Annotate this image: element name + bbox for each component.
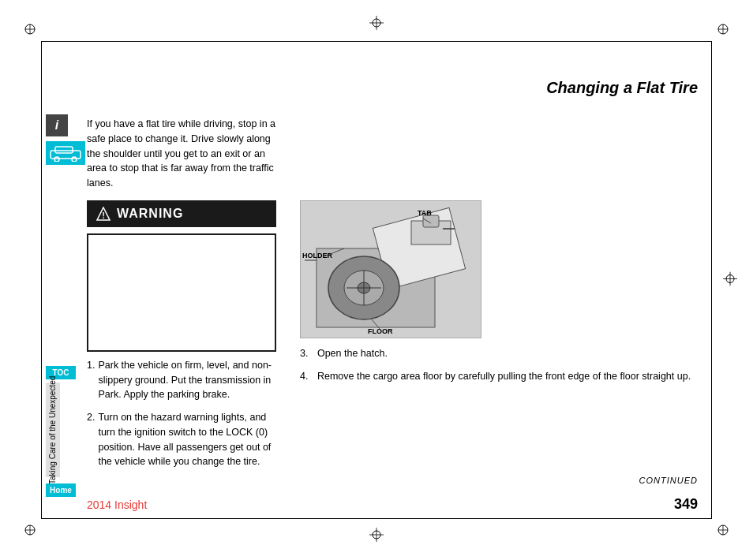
- step-1-text: Park the vehicle on firm, level, and non…: [98, 358, 276, 402]
- step-2-number: 2.: [87, 410, 95, 469]
- border-top: [41, 41, 712, 42]
- home-badge[interactable]: Home: [46, 483, 76, 497]
- warning-title: WARNING: [117, 207, 183, 221]
- warning-header: ! WARNING: [87, 200, 276, 227]
- step-3: 3. Open the hatch.: [300, 346, 698, 361]
- footer: 2014 Insight 349: [87, 496, 698, 513]
- svg-text:FLOOR: FLOOR: [368, 327, 393, 335]
- model-name: 2014 Insight: [87, 498, 147, 511]
- svg-text:!: !: [102, 211, 105, 220]
- svg-text:TAB: TAB: [418, 209, 432, 217]
- main-content: If you have a flat tire while driving, s…: [87, 117, 698, 497]
- border-left: [41, 41, 42, 519]
- crosshair-top: [369, 16, 384, 32]
- intro-text: If you have a flat tire while driving, s…: [87, 117, 276, 191]
- svg-rect-36: [423, 215, 439, 227]
- corner-mark-tr: [717, 23, 729, 35]
- step-1: 1. Park the vehicle on firm, level, and …: [87, 358, 276, 402]
- steps-list: 1. Park the vehicle on firm, level, and …: [87, 358, 276, 469]
- warning-content: [87, 233, 276, 352]
- spare-tire-diagram: TAB HOLDER FLOOR: [300, 200, 481, 338]
- bottom-sidebar: TOC Taking Care of the Unexpected Home: [46, 366, 76, 497]
- section-label: Taking Care of the Unexpected: [46, 383, 60, 477]
- step-4-number: 4.: [300, 369, 308, 384]
- page: Changing a Flat Tire i TOC Taking Care o…: [0, 0, 753, 560]
- content-columns: ! WARNING 1. Park the vehicle on firm, l…: [87, 200, 698, 477]
- step-1-number: 1.: [87, 358, 95, 402]
- svg-point-23: [54, 157, 59, 162]
- step-4: 4. Remove the cargo area floor by carefu…: [300, 369, 698, 384]
- continued-label: CONTINUED: [639, 476, 698, 485]
- svg-text:HOLDER: HOLDER: [302, 252, 333, 259]
- crosshair-bottom: [369, 528, 384, 544]
- step-3-text: Open the hatch.: [317, 346, 388, 361]
- step-2-text: Turn on the hazard warning lights, and t…: [98, 410, 276, 469]
- warning-triangle-icon: !: [96, 207, 111, 221]
- right-column: TAB HOLDER FLOOR 3. Open the hatch.: [300, 200, 698, 477]
- left-sidebar: i: [46, 114, 89, 165]
- left-column: ! WARNING 1. Park the vehicle on firm, l…: [87, 200, 276, 477]
- border-right: [711, 41, 712, 519]
- crosshair-right: [723, 272, 737, 289]
- page-number: 349: [674, 496, 698, 513]
- step-4-text: Remove the cargo area floor by carefully…: [317, 369, 691, 384]
- right-steps-list: 3. Open the hatch. 4. Remove the cargo a…: [300, 346, 698, 384]
- corner-mark-br: [717, 524, 729, 536]
- border-bottom: [41, 518, 712, 519]
- svg-point-24: [72, 157, 77, 162]
- car-icon: [46, 141, 85, 165]
- page-title: Changing a Flat Tire: [546, 79, 698, 97]
- step-3-number: 3.: [300, 346, 308, 361]
- middle-column: [284, 200, 292, 477]
- info-icon: i: [46, 114, 68, 136]
- corner-mark-bl: [24, 524, 36, 536]
- corner-mark-tl: [24, 23, 36, 35]
- svg-rect-22: [55, 147, 73, 153]
- step-2: 2. Turn on the hazard warning lights, an…: [87, 410, 276, 469]
